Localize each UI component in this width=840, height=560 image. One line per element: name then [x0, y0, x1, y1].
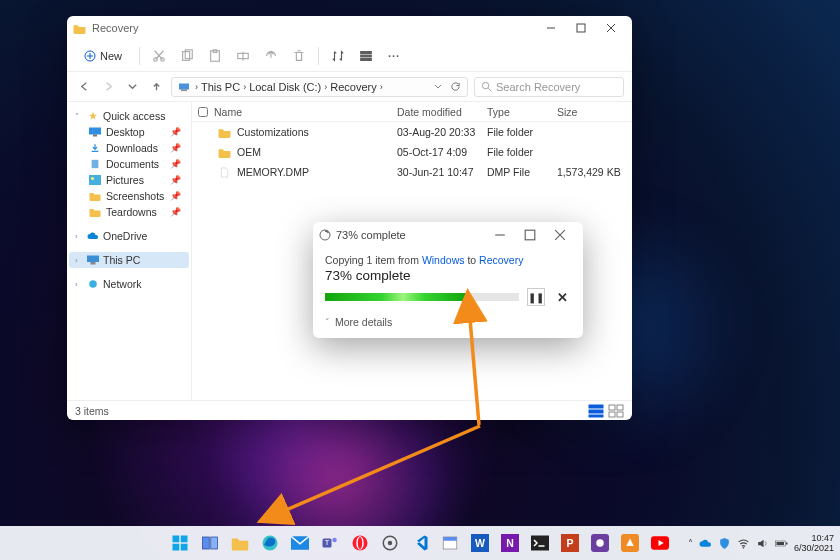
- taskbar-clock[interactable]: 10:47 6/30/2021: [794, 533, 834, 553]
- back-button[interactable]: [75, 78, 93, 96]
- more-icon[interactable]: ···: [383, 45, 405, 67]
- breadcrumb-root[interactable]: This PC: [201, 81, 240, 93]
- svg-rect-13: [181, 89, 187, 91]
- svg-rect-39: [211, 537, 218, 549]
- maximize-button[interactable]: [566, 16, 596, 40]
- dialog-minimize-button[interactable]: [487, 223, 517, 247]
- tray-battery-icon[interactable]: [775, 537, 788, 550]
- search-placeholder: Search Recovery: [496, 81, 580, 93]
- rename-icon[interactable]: [232, 45, 254, 67]
- percent-text: 73% complete: [325, 268, 571, 283]
- tray-chevron-up-icon[interactable]: ˄: [688, 538, 693, 549]
- svg-rect-51: [443, 537, 457, 541]
- new-button[interactable]: New: [75, 46, 131, 66]
- sidebar-this-pc[interactable]: ›This PC: [69, 252, 189, 268]
- table-row[interactable]: OEM05-Oct-17 4:09File folder: [192, 142, 632, 162]
- svg-point-19: [91, 177, 94, 180]
- refresh-icon[interactable]: [450, 81, 461, 92]
- forward-button[interactable]: [99, 78, 117, 96]
- progress-icon: [319, 229, 331, 241]
- cloud-icon: [87, 231, 99, 241]
- sidebar-item-teardowns[interactable]: Teardowns📌: [69, 204, 189, 220]
- breadcrumb-folder[interactable]: Recovery: [330, 81, 376, 93]
- up-button[interactable]: [147, 78, 165, 96]
- sort-icon[interactable]: [327, 45, 349, 67]
- svg-point-22: [89, 280, 97, 288]
- details-view-icon[interactable]: [588, 404, 604, 418]
- sidebar-item-desktop[interactable]: Desktop📌: [69, 124, 189, 140]
- sidebar-item-screenshots[interactable]: Screenshots📌: [69, 188, 189, 204]
- sidebar-quick-access[interactable]: ˅ Quick access: [69, 108, 189, 124]
- taskbar-task-view-icon[interactable]: [198, 531, 222, 555]
- svg-rect-29: [617, 412, 623, 417]
- taskbar-start-icon[interactable]: [168, 531, 192, 555]
- sidebar-onedrive[interactable]: ›OneDrive: [69, 228, 189, 244]
- dialog-close-button[interactable]: [547, 223, 577, 247]
- taskbar-opera-icon[interactable]: [348, 531, 372, 555]
- cancel-button[interactable]: ✕: [553, 288, 571, 306]
- thumbnails-view-icon[interactable]: [608, 404, 624, 418]
- col-date[interactable]: Date modified: [397, 106, 487, 118]
- tray-volume-icon[interactable]: [756, 537, 769, 550]
- tray-defender-icon[interactable]: [718, 537, 731, 550]
- view-icon[interactable]: [355, 45, 377, 67]
- taskbar-mail-icon[interactable]: [288, 531, 312, 555]
- column-headers[interactable]: Name Date modified Type Size: [192, 102, 632, 122]
- svg-text:W: W: [475, 537, 485, 549]
- svg-rect-9: [361, 51, 372, 53]
- col-size[interactable]: Size: [557, 106, 632, 118]
- taskbar-terminal-icon[interactable]: [528, 531, 552, 555]
- taskbar-word-icon[interactable]: W: [468, 531, 492, 555]
- sidebar-item-documents[interactable]: Documents📌: [69, 156, 189, 172]
- star-icon: [87, 111, 99, 121]
- svg-rect-31: [525, 230, 535, 240]
- breadcrumb[interactable]: › This PC › Local Disk (C:) › Recovery ›: [171, 77, 468, 97]
- copy-from-link[interactable]: Windows: [422, 254, 465, 266]
- svg-rect-25: [589, 415, 603, 417]
- sidebar-item-pictures[interactable]: Pictures📌: [69, 172, 189, 188]
- taskbar-powerpoint-icon[interactable]: P: [558, 531, 582, 555]
- taskbar-onenote-icon[interactable]: N: [498, 531, 522, 555]
- folder-icon: [218, 127, 231, 138]
- more-details-toggle[interactable]: ˅More details: [325, 316, 571, 328]
- select-all-checkbox[interactable]: [198, 107, 208, 117]
- taskbar-orange-app-icon[interactable]: [618, 531, 642, 555]
- close-button[interactable]: [596, 16, 626, 40]
- taskbar[interactable]: TWNP ˄ 10:47 6/30/2021: [0, 526, 840, 560]
- taskbar-settings-icon[interactable]: [378, 531, 402, 555]
- table-row[interactable]: MEMORY.DMP30-Jun-21 10:47DMP File1,573,4…: [192, 162, 632, 182]
- search-input[interactable]: Search Recovery: [474, 77, 624, 97]
- breadcrumb-drive[interactable]: Local Disk (C:): [249, 81, 321, 93]
- col-type[interactable]: Type: [487, 106, 557, 118]
- taskbar-youtube-icon[interactable]: [648, 531, 672, 555]
- titlebar[interactable]: Recovery: [67, 16, 632, 40]
- sidebar-item-downloads[interactable]: Downloads📌: [69, 140, 189, 156]
- dialog-titlebar[interactable]: 73% complete: [313, 222, 583, 248]
- taskbar-teams-icon[interactable]: T: [318, 531, 342, 555]
- window-title: Recovery: [92, 22, 138, 34]
- chevron-down-icon[interactable]: [433, 82, 443, 92]
- copy-to-link[interactable]: Recovery: [479, 254, 523, 266]
- svg-rect-11: [361, 58, 372, 60]
- delete-icon[interactable]: [288, 45, 310, 67]
- paste-icon[interactable]: [204, 45, 226, 67]
- tray-onedrive-icon[interactable]: [699, 537, 712, 550]
- taskbar-file-explorer-pinned-icon[interactable]: [228, 531, 252, 555]
- col-name[interactable]: Name: [214, 106, 397, 118]
- pc-icon: [87, 255, 99, 265]
- share-icon[interactable]: [260, 45, 282, 67]
- pause-button[interactable]: ❚❚: [527, 288, 545, 306]
- tray-wifi-icon[interactable]: [737, 537, 750, 550]
- recent-button[interactable]: [123, 78, 141, 96]
- svg-rect-15: [89, 128, 101, 135]
- cut-icon[interactable]: [148, 45, 170, 67]
- dialog-maximize-button[interactable]: [517, 223, 547, 247]
- table-row[interactable]: Customizations03-Aug-20 20:33File folder: [192, 122, 632, 142]
- taskbar-edge-icon[interactable]: [258, 531, 282, 555]
- taskbar-purple-app-icon[interactable]: [588, 531, 612, 555]
- sidebar-network[interactable]: ›Network: [69, 276, 189, 292]
- copy-icon[interactable]: [176, 45, 198, 67]
- taskbar-disk-tool-icon[interactable]: [438, 531, 462, 555]
- minimize-button[interactable]: [536, 16, 566, 40]
- taskbar-vscode-icon[interactable]: [408, 531, 432, 555]
